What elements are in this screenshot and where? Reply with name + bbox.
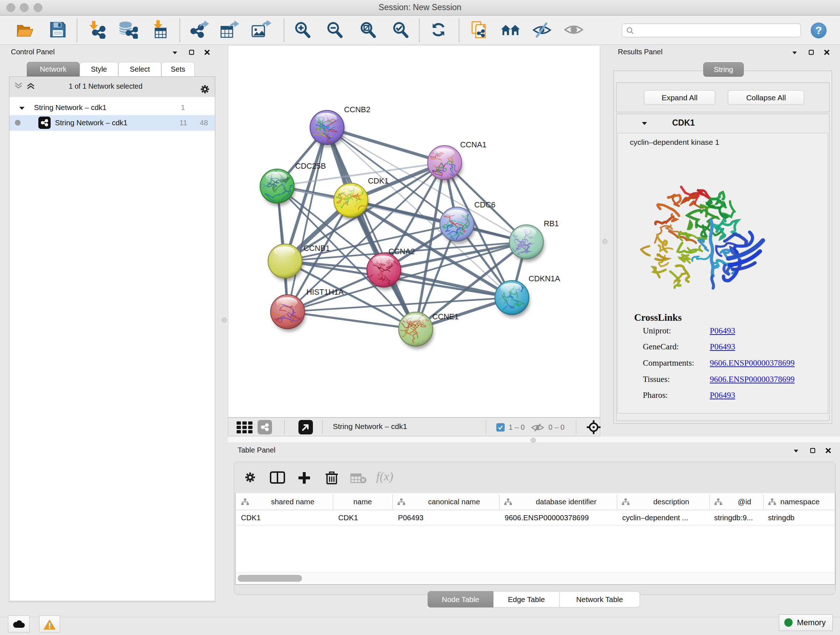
svg-text:HIST1H1A: HIST1H1A bbox=[306, 288, 344, 296]
svg-text:CCNE1: CCNE1 bbox=[432, 312, 459, 321]
svg-text:CDC6: CDC6 bbox=[474, 201, 496, 209]
svg-text:CCNA1: CCNA1 bbox=[460, 141, 486, 149]
svg-text:CDC25B: CDC25B bbox=[295, 162, 326, 171]
svg-text:CDK1: CDK1 bbox=[368, 177, 388, 185]
svg-text:CCNB1: CCNB1 bbox=[303, 244, 330, 253]
svg-text:CDKN1A: CDKN1A bbox=[529, 274, 561, 283]
svg-text:RB1: RB1 bbox=[544, 219, 559, 228]
svg-text:CCNA2: CCNA2 bbox=[388, 247, 415, 256]
svg-text:CCNB2: CCNB2 bbox=[344, 105, 370, 114]
